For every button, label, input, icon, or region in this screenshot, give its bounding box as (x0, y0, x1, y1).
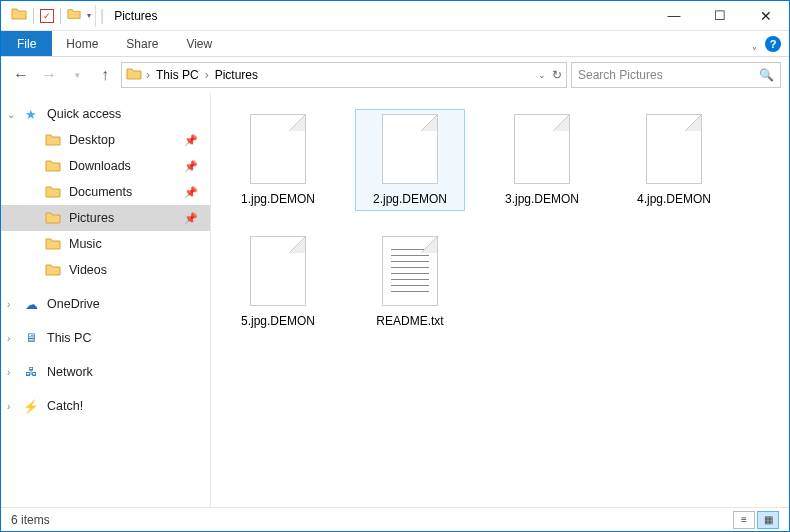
file-name: 3.jpg.DEMON (505, 192, 579, 206)
folder-icon (45, 262, 61, 278)
star-icon: ★ (23, 106, 39, 122)
sidebar-network[interactable]: › 🖧 Network (1, 359, 210, 385)
catch-icon: ⚡ (23, 398, 39, 414)
file-name: 2.jpg.DEMON (373, 192, 447, 206)
blank-file-icon (250, 236, 306, 306)
qat-separator (33, 8, 34, 24)
sidebar-item-documents[interactable]: Documents 📌 (1, 179, 210, 205)
minimize-button[interactable]: — (651, 1, 697, 31)
sidebar-item-videos[interactable]: Videos (1, 257, 210, 283)
ribbon: File Home Share View ˬ ? (1, 31, 789, 57)
file-item[interactable]: 5.jpg.DEMON (223, 231, 333, 333)
address-bar[interactable]: › This PC › Pictures ⌄ ↻ (121, 62, 567, 88)
pin-icon: 📌 (184, 186, 198, 199)
file-item[interactable]: 2.jpg.DEMON (355, 109, 465, 211)
folder-icon (45, 132, 61, 148)
chevron-right-icon[interactable]: › (7, 333, 10, 344)
sidebar-item-label: Videos (69, 263, 107, 277)
file-name: README.txt (376, 314, 443, 328)
sidebar-item-label: Downloads (69, 159, 131, 173)
sidebar-label: This PC (47, 331, 91, 345)
address-dropdown-icon[interactable]: ⌄ (538, 70, 546, 80)
blank-file-icon (250, 114, 306, 184)
breadcrumb-sep-icon: › (205, 68, 209, 82)
search-input[interactable]: Search Pictures 🔍 (571, 62, 781, 88)
ribbon-tab-view[interactable]: View (172, 31, 226, 56)
network-icon: 🖧 (23, 364, 39, 380)
status-item-count: 6 items (11, 513, 50, 527)
sidebar-item-label: Documents (69, 185, 132, 199)
file-name: 1.jpg.DEMON (241, 192, 315, 206)
window-controls: — ☐ ✕ (651, 1, 789, 31)
sidebar-label: Catch! (47, 399, 83, 413)
maximize-button[interactable]: ☐ (697, 1, 743, 31)
address-bar-row: ← → ▾ ↑ › This PC › Pictures ⌄ ↻ Search … (1, 57, 789, 93)
sidebar-quick-access[interactable]: ⌄ ★ Quick access (1, 101, 210, 127)
ribbon-file-tab[interactable]: File (1, 31, 52, 56)
ribbon-expand-icon[interactable]: ˬ (752, 38, 757, 49)
help-icon[interactable]: ? (765, 36, 781, 52)
sidebar-label: Network (47, 365, 93, 379)
sidebar-item-label: Music (69, 237, 102, 251)
titlebar: ✓ ▾ | Pictures — ☐ ✕ (1, 1, 789, 31)
folder-icon (45, 158, 61, 174)
sidebar-label: OneDrive (47, 297, 100, 311)
folder-icon (45, 210, 61, 226)
back-button[interactable]: ← (9, 63, 33, 87)
window-title: Pictures (104, 9, 157, 23)
file-item[interactable]: 4.jpg.DEMON (619, 109, 729, 211)
cloud-icon: ☁ (23, 296, 39, 312)
close-button[interactable]: ✕ (743, 1, 789, 31)
chevron-right-icon[interactable]: › (7, 367, 10, 378)
qat-dropdown-icon[interactable]: ▾ (87, 11, 91, 20)
breadcrumb-pictures[interactable]: Pictures (213, 68, 260, 82)
sidebar-label: Quick access (47, 107, 121, 121)
pin-icon: 📌 (184, 160, 198, 173)
computer-icon: 🖥 (23, 330, 39, 346)
sidebar-item-label: Desktop (69, 133, 115, 147)
details-view-button[interactable]: ≡ (733, 511, 755, 529)
pin-icon: 📌 (184, 212, 198, 225)
sidebar-item-music[interactable]: Music (1, 231, 210, 257)
forward-button[interactable]: → (37, 63, 61, 87)
folder-qat-icon[interactable] (67, 7, 81, 25)
up-button[interactable]: ↑ (93, 63, 117, 87)
file-item[interactable]: 1.jpg.DEMON (223, 109, 333, 211)
chevron-right-icon[interactable]: › (7, 299, 10, 310)
chevron-down-icon[interactable]: ⌄ (7, 109, 15, 120)
explorer-window: ✓ ▾ | Pictures — ☐ ✕ File Home Share Vie… (0, 0, 790, 532)
ribbon-tab-share[interactable]: Share (112, 31, 172, 56)
folder-icon (45, 184, 61, 200)
qat-separator (60, 8, 61, 24)
file-name: 4.jpg.DEMON (637, 192, 711, 206)
file-item[interactable]: README.txt (355, 231, 465, 333)
breadcrumb-sep-icon: › (146, 68, 150, 82)
sidebar-onedrive[interactable]: › ☁ OneDrive (1, 291, 210, 317)
body: ⌄ ★ Quick access Desktop 📌 Downloads 📌 D… (1, 93, 789, 507)
recent-locations-button[interactable]: ▾ (65, 63, 89, 87)
blank-file-icon (514, 114, 570, 184)
ribbon-tab-home[interactable]: Home (52, 31, 112, 56)
status-bar: 6 items ≡ ▦ (1, 507, 789, 531)
icons-view-button[interactable]: ▦ (757, 511, 779, 529)
blank-file-icon (382, 114, 438, 184)
file-name: 5.jpg.DEMON (241, 314, 315, 328)
breadcrumb-this-pc[interactable]: This PC (154, 68, 201, 82)
sidebar-item-pictures[interactable]: Pictures 📌 (1, 205, 210, 231)
folder-icon (45, 236, 61, 252)
sidebar-this-pc[interactable]: › 🖥 This PC (1, 325, 210, 351)
sidebar-catch[interactable]: › ⚡ Catch! (1, 393, 210, 419)
quick-access-toolbar: ✓ ▾ (1, 5, 100, 27)
navigation-pane: ⌄ ★ Quick access Desktop 📌 Downloads 📌 D… (1, 93, 211, 507)
pin-icon: 📌 (184, 134, 198, 147)
search-placeholder: Search Pictures (578, 68, 663, 82)
text-file-icon (382, 236, 438, 306)
refresh-icon[interactable]: ↻ (552, 68, 562, 82)
file-item[interactable]: 3.jpg.DEMON (487, 109, 597, 211)
sidebar-item-downloads[interactable]: Downloads 📌 (1, 153, 210, 179)
chevron-right-icon[interactable]: › (7, 401, 10, 412)
search-icon: 🔍 (759, 68, 774, 82)
sidebar-item-desktop[interactable]: Desktop 📌 (1, 127, 210, 153)
properties-icon[interactable]: ✓ (40, 9, 54, 23)
file-pane[interactable]: 1.jpg.DEMON 2.jpg.DEMON 3.jpg.DEMON 4.jp… (211, 93, 789, 507)
